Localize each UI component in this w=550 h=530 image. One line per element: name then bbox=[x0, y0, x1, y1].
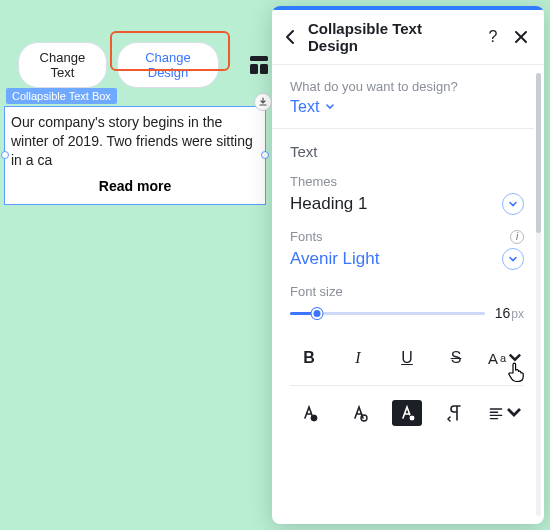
fontsize-label: Font size bbox=[290, 284, 524, 299]
text-case-button[interactable]: Aa bbox=[488, 343, 522, 373]
read-more-button[interactable]: Read more bbox=[11, 178, 259, 194]
info-icon[interactable]: i bbox=[510, 230, 524, 244]
resize-handle-left[interactable] bbox=[1, 151, 9, 159]
alignment-icon[interactable] bbox=[488, 398, 522, 428]
svg-point-3 bbox=[311, 415, 317, 421]
scrollbar-thumb[interactable] bbox=[536, 73, 541, 233]
help-icon[interactable]: ? bbox=[482, 26, 504, 48]
text-color-icon[interactable] bbox=[292, 398, 326, 428]
collapsible-text-element[interactable]: Collapsible Text Box Our company's story… bbox=[0, 106, 270, 205]
panel-body: What do you want to design? Text Text Th… bbox=[272, 65, 544, 524]
strikethrough-button[interactable]: S bbox=[439, 343, 473, 373]
svg-point-5 bbox=[409, 415, 415, 421]
text-outline-icon[interactable] bbox=[342, 398, 376, 428]
panel-scroll-area: What do you want to design? Text Text Th… bbox=[272, 65, 534, 524]
highlight-color-icon[interactable] bbox=[392, 400, 422, 426]
change-design-button[interactable]: Change Design bbox=[117, 42, 219, 88]
close-icon[interactable] bbox=[510, 26, 532, 48]
fonts-dropdown[interactable]: Avenir Light bbox=[290, 248, 524, 270]
svg-point-4 bbox=[361, 415, 367, 421]
section-text-title: Text bbox=[290, 143, 524, 160]
fonts-value: Avenir Light bbox=[290, 249, 379, 269]
svg-rect-0 bbox=[250, 56, 268, 61]
fontsize-slider[interactable] bbox=[290, 306, 485, 320]
toolbar-separator bbox=[233, 52, 234, 78]
themes-value: Heading 1 bbox=[290, 194, 368, 214]
themes-label: Themes bbox=[290, 174, 524, 189]
resize-handle-right[interactable] bbox=[261, 151, 269, 159]
scrollbar[interactable] bbox=[536, 73, 541, 516]
svg-rect-2 bbox=[260, 64, 268, 74]
chevron-down-icon bbox=[502, 193, 524, 215]
selection-frame: Our company's story begins in the winter… bbox=[4, 106, 266, 205]
fontsize-control: 16px bbox=[290, 305, 524, 321]
design-target-label: What do you want to design? bbox=[290, 79, 524, 94]
divider bbox=[272, 128, 534, 129]
chevron-down-icon bbox=[502, 248, 524, 270]
text-body: Our company's story begins in the winter… bbox=[11, 113, 259, 170]
underline-button[interactable]: U bbox=[390, 343, 424, 373]
design-panel: Collapsible Text Design ? What do you wa… bbox=[272, 6, 544, 524]
design-target-value: Text bbox=[290, 98, 319, 116]
text-direction-icon[interactable] bbox=[438, 398, 472, 428]
text-style-row: B I U S Aa bbox=[290, 339, 524, 386]
panel-title: Collapsible Text Design bbox=[308, 20, 476, 54]
download-icon[interactable] bbox=[254, 93, 272, 111]
element-toolbar: Change Text Change Design bbox=[0, 42, 270, 88]
themes-dropdown[interactable]: Heading 1 bbox=[290, 193, 524, 215]
chevron-down-icon bbox=[325, 98, 335, 116]
back-icon[interactable] bbox=[280, 26, 302, 48]
slider-knob[interactable] bbox=[312, 308, 323, 319]
change-text-button[interactable]: Change Text bbox=[18, 42, 107, 88]
design-target-dropdown[interactable]: Text bbox=[290, 98, 524, 116]
bold-button[interactable]: B bbox=[292, 343, 326, 373]
layout-icon[interactable] bbox=[248, 54, 270, 76]
panel-header: Collapsible Text Design ? bbox=[272, 10, 544, 65]
svg-rect-1 bbox=[250, 64, 258, 74]
editor-canvas: Change Text Change Design Collapsible Te… bbox=[0, 0, 270, 530]
fontsize-value[interactable]: 16px bbox=[495, 305, 524, 321]
fonts-label: Fonts bbox=[290, 229, 323, 244]
text-tools-row bbox=[290, 386, 524, 428]
element-type-label: Collapsible Text Box bbox=[6, 88, 117, 104]
italic-button[interactable]: I bbox=[341, 343, 375, 373]
